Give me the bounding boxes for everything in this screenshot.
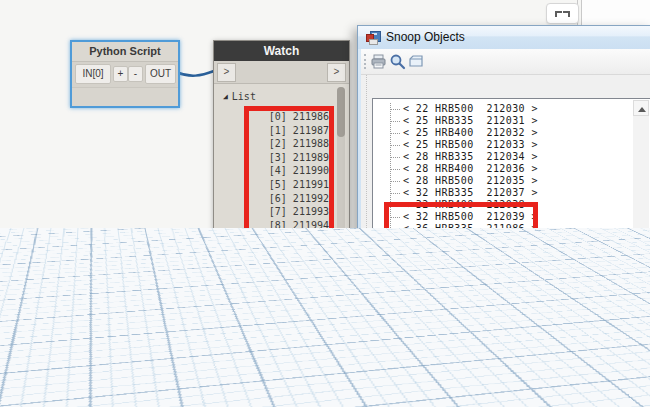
search-icon[interactable]	[389, 53, 406, 70]
tree-item[interactable]: < 25 HRB335 212031 >	[373, 115, 632, 127]
tree-connector	[390, 217, 400, 218]
tree-connector	[390, 169, 400, 170]
tree-item[interactable]: < 25 HRB400 212032 >	[373, 127, 632, 139]
tree-connector	[390, 241, 400, 242]
side-panel-fragment	[582, 0, 650, 25]
snoop-objects-window: Snoop Objects	[357, 25, 650, 407]
tree-item[interactable]: < 6 HRB400 211997 >	[373, 356, 632, 368]
tree-connector	[390, 301, 400, 302]
watch-list-item: [13] 211999	[247, 287, 329, 301]
tree-item[interactable]: < 40 HRB335 211990 >	[373, 260, 632, 272]
watch-node-header[interactable]: Watch	[214, 41, 349, 61]
toolbar-grip[interactable]	[364, 54, 366, 69]
watch-list-item: [0] 211986	[247, 110, 329, 124]
python-script-node[interactable]: Python Script IN[0] + - OUT	[70, 40, 180, 108]
tree-connector	[390, 205, 400, 206]
snoop-toolbar	[361, 49, 650, 75]
tree-connector	[390, 277, 400, 278]
watch-list-item: [4] 211990	[247, 164, 329, 178]
python-output-port[interactable]: OUT	[145, 64, 176, 84]
node-wire[interactable]	[176, 71, 214, 76]
window-client-area: < 22 HRB500 212030 > < 25 HRB335 212031 …	[361, 49, 650, 407]
app-icon	[366, 31, 380, 44]
list-label: List	[232, 91, 256, 102]
tree-item[interactable]: < 50 HRB400 211994 >	[373, 308, 632, 320]
watch-list-item: [7] 211993	[247, 205, 329, 219]
python-node-header[interactable]: Python Script	[72, 42, 178, 62]
watch-list-item: [16] 212002	[247, 328, 329, 342]
tree-connector	[390, 157, 400, 158]
tree-item[interactable]: < 36 HRB335 211986 >	[373, 223, 632, 235]
watch-items: [0] 211986[1] 211987[2] 211988[3] 211989…	[247, 110, 329, 341]
folder-icon[interactable]	[408, 53, 425, 70]
tree-connector	[390, 193, 400, 194]
add-input-button[interactable]: +	[113, 66, 128, 82]
watch-list-item: [12] 211998	[247, 273, 329, 287]
corner-bracket-icon	[563, 11, 570, 17]
tree-item[interactable]: < 22 HRB500 212030 >	[373, 103, 632, 115]
watch-list-item: [3] 211989	[247, 151, 329, 165]
watch-input-port[interactable]: >	[217, 63, 236, 82]
tree-connector	[390, 181, 400, 182]
watch-scrollbar[interactable]	[337, 87, 345, 348]
tree-connector	[390, 145, 400, 146]
tree-item[interactable]: < 50 HRB335 211993 >	[373, 296, 632, 308]
tree-connector	[390, 374, 400, 375]
tree-connector	[390, 229, 400, 230]
snoop-tree: < 22 HRB500 212030 > < 25 HRB335 212031 …	[373, 103, 632, 407]
tree-connector	[390, 313, 400, 314]
watch-list-area: ◢ List [0] 211986[1] 211987[2] 211988[3]…	[214, 84, 349, 351]
watch-list-item: [15] 212001	[247, 314, 329, 328]
scrollbar-up-arrow[interactable]	[633, 100, 649, 116]
tree-branch-line	[390, 103, 391, 407]
tree-connector	[390, 121, 400, 122]
watch-list-item: [2] 211988	[247, 137, 329, 151]
fit-to-view-button[interactable]	[546, 3, 579, 24]
tree-item[interactable]: < 28 HRB400 212036 >	[373, 163, 632, 175]
tree-item[interactable]: < 36 HRB400 211989 >	[373, 236, 632, 248]
watch-list-item: [11] 211997	[247, 260, 329, 274]
watch-node-ports-row: > >	[214, 61, 349, 84]
watch-output-port[interactable]: >	[327, 63, 346, 82]
python-node-ports-row: IN[0] + - OUT	[72, 62, 178, 88]
tree-item[interactable]: < 28 HRB500 212035 >	[373, 175, 632, 187]
watch-list-item: [1] 211987	[247, 124, 329, 138]
python-input-port[interactable]: IN[0]	[75, 64, 111, 84]
window-titlebar[interactable]: Snoop Objects	[358, 26, 650, 49]
tree-item[interactable]: < 25 HRB500 212033 >	[373, 139, 632, 151]
corner-bracket-icon	[555, 11, 562, 17]
tree-item[interactable]: < 32 HRB500 212039 >	[373, 211, 632, 223]
tree-item[interactable]: < 32 HRB400 212038 >	[373, 199, 632, 211]
tree-item[interactable]: < 40 HRB400 211991 >	[373, 272, 632, 284]
watch-list-item: [5] 211991	[247, 178, 329, 192]
tree-connector	[390, 289, 400, 290]
tree-connector	[390, 337, 400, 338]
snoop-scrollbar[interactable]	[633, 100, 649, 407]
tree-connector	[390, 109, 400, 110]
tree-item[interactable]: < 6 HRB335 211996 >	[373, 344, 632, 356]
watch-list-item: [14] 212000	[247, 300, 329, 314]
printer-icon[interactable]	[370, 53, 387, 70]
tree-item[interactable]: < 36 HRB500 211988 >	[373, 248, 632, 260]
watch-list-item: [6] 211992	[247, 192, 329, 206]
remove-input-button[interactable]: -	[128, 66, 143, 82]
tree-item[interactable]: < 50 HRB500 211995 >	[373, 320, 632, 332]
tree-connector	[390, 362, 400, 363]
watch-scrollbar-thumb[interactable]	[337, 87, 345, 137]
tree-connector	[390, 133, 400, 134]
tree-connector	[390, 325, 400, 326]
list-expander-icon[interactable]: ◢	[223, 92, 228, 101]
snoop-tree-listbox: < 22 HRB500 212030 > < 25 HRB335 212031 …	[372, 98, 650, 407]
tree-item[interactable]: < 28 HRB335 212034 >	[373, 151, 632, 163]
tree-connector	[390, 349, 400, 350]
tree-item[interactable]: < 40 HRB500 211992 >	[373, 284, 632, 296]
tree-item[interactable]: < 32 HRB335 212037 >	[373, 187, 632, 199]
dock-panel-grip	[366, 75, 367, 407]
tree-item[interactable]: < 6 HRB500 211998 >	[373, 368, 632, 380]
tree-connector	[390, 265, 400, 266]
window-title: Snoop Objects	[386, 30, 465, 44]
watch-node[interactable]: Watch > > ◢ List [0] 211986[1] 211987[2]…	[213, 40, 350, 352]
watermark-text: http://blog.csdn.net/niuge8905	[362, 380, 644, 401]
tree-item[interactable]: < 6 HPB300 211987 >	[373, 332, 632, 344]
tree-connector	[390, 253, 400, 254]
